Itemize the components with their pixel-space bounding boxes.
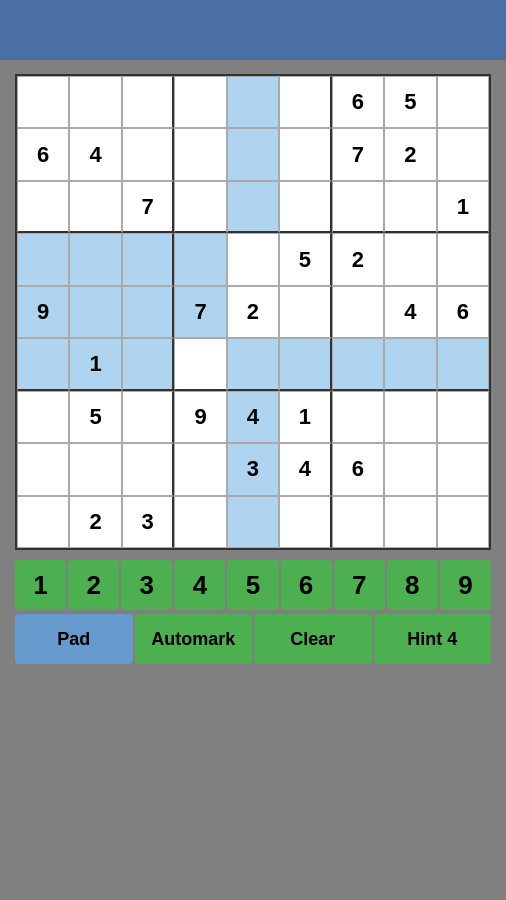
cell[interactable] (437, 496, 489, 548)
cell[interactable] (174, 338, 226, 390)
cell[interactable] (17, 496, 69, 548)
num-button-1[interactable]: 1 (15, 560, 66, 610)
cell[interactable]: 3 (122, 496, 174, 548)
cell[interactable] (122, 286, 174, 338)
cell[interactable] (279, 338, 331, 390)
cell[interactable] (384, 181, 436, 233)
cell[interactable] (227, 338, 279, 390)
action-button-pad[interactable]: Pad (15, 614, 133, 664)
num-button-9[interactable]: 9 (440, 560, 491, 610)
cell[interactable]: 6 (332, 443, 384, 495)
cell[interactable] (69, 233, 121, 285)
num-button-7[interactable]: 7 (334, 560, 385, 610)
action-buttons: PadAutomarkClearHint 4 (15, 614, 491, 664)
cell[interactable]: 9 (174, 391, 226, 443)
cell[interactable] (384, 233, 436, 285)
action-button-clear[interactable]: Clear (254, 614, 372, 664)
cell[interactable] (174, 496, 226, 548)
cell[interactable]: 1 (69, 338, 121, 390)
cell[interactable]: 9 (17, 286, 69, 338)
num-button-5[interactable]: 5 (227, 560, 278, 610)
cell[interactable]: 4 (279, 443, 331, 495)
cell[interactable] (279, 76, 331, 128)
num-button-4[interactable]: 4 (174, 560, 225, 610)
cell[interactable] (227, 128, 279, 180)
cell[interactable]: 2 (384, 128, 436, 180)
cell[interactable] (17, 181, 69, 233)
cell[interactable] (279, 128, 331, 180)
cell[interactable] (122, 233, 174, 285)
cell[interactable] (227, 181, 279, 233)
action-button-hint-4[interactable]: Hint 4 (374, 614, 492, 664)
cell[interactable]: 6 (332, 76, 384, 128)
cell[interactable] (279, 286, 331, 338)
cell[interactable] (384, 391, 436, 443)
cell[interactable]: 5 (69, 391, 121, 443)
main-content: 6564727152972461594134623 123456789 PadA… (0, 60, 506, 674)
cell[interactable] (437, 76, 489, 128)
cell[interactable] (122, 76, 174, 128)
cell[interactable]: 4 (227, 391, 279, 443)
cell[interactable] (174, 128, 226, 180)
cell[interactable]: 6 (437, 286, 489, 338)
cell[interactable] (227, 496, 279, 548)
cell[interactable] (227, 233, 279, 285)
cell[interactable] (122, 443, 174, 495)
cell[interactable] (122, 391, 174, 443)
cell[interactable]: 4 (69, 128, 121, 180)
cell[interactable] (384, 496, 436, 548)
cell[interactable] (332, 391, 384, 443)
cell[interactable] (69, 443, 121, 495)
cell[interactable]: 7 (122, 181, 174, 233)
num-button-2[interactable]: 2 (68, 560, 119, 610)
cell[interactable]: 5 (384, 76, 436, 128)
cell[interactable] (122, 338, 174, 390)
cell[interactable] (437, 233, 489, 285)
cell[interactable]: 2 (227, 286, 279, 338)
num-button-8[interactable]: 8 (387, 560, 438, 610)
cell[interactable]: 4 (384, 286, 436, 338)
number-buttons: 123456789 (15, 560, 491, 610)
cell[interactable] (17, 338, 69, 390)
num-button-6[interactable]: 6 (281, 560, 332, 610)
cell[interactable] (384, 338, 436, 390)
cell[interactable] (437, 391, 489, 443)
cell[interactable]: 2 (69, 496, 121, 548)
cell[interactable]: 6 (17, 128, 69, 180)
cell[interactable] (174, 76, 226, 128)
cell[interactable] (437, 128, 489, 180)
cell[interactable] (279, 496, 331, 548)
cell[interactable]: 7 (174, 286, 226, 338)
cell[interactable]: 2 (332, 233, 384, 285)
cell[interactable] (17, 443, 69, 495)
cell[interactable] (69, 286, 121, 338)
cell[interactable] (227, 76, 279, 128)
cell[interactable]: 1 (279, 391, 331, 443)
action-button-automark[interactable]: Automark (135, 614, 253, 664)
cell[interactable] (384, 443, 436, 495)
cell[interactable]: 5 (279, 233, 331, 285)
header (0, 0, 506, 60)
cell[interactable]: 1 (437, 181, 489, 233)
cell[interactable]: 3 (227, 443, 279, 495)
cell[interactable] (437, 338, 489, 390)
cell[interactable] (17, 233, 69, 285)
cell[interactable] (332, 181, 384, 233)
cell[interactable] (17, 76, 69, 128)
cell[interactable] (332, 338, 384, 390)
cell[interactable] (437, 443, 489, 495)
cell[interactable] (69, 76, 121, 128)
cell[interactable]: 7 (332, 128, 384, 180)
num-button-3[interactable]: 3 (121, 560, 172, 610)
cell[interactable] (69, 181, 121, 233)
cell[interactable] (279, 181, 331, 233)
cell[interactable] (332, 496, 384, 548)
cell[interactable] (174, 233, 226, 285)
cell[interactable] (174, 181, 226, 233)
sudoku-grid[interactable]: 6564727152972461594134623 (15, 74, 491, 550)
cell[interactable] (174, 443, 226, 495)
cell[interactable] (17, 391, 69, 443)
cell[interactable] (332, 286, 384, 338)
cell[interactable] (122, 128, 174, 180)
